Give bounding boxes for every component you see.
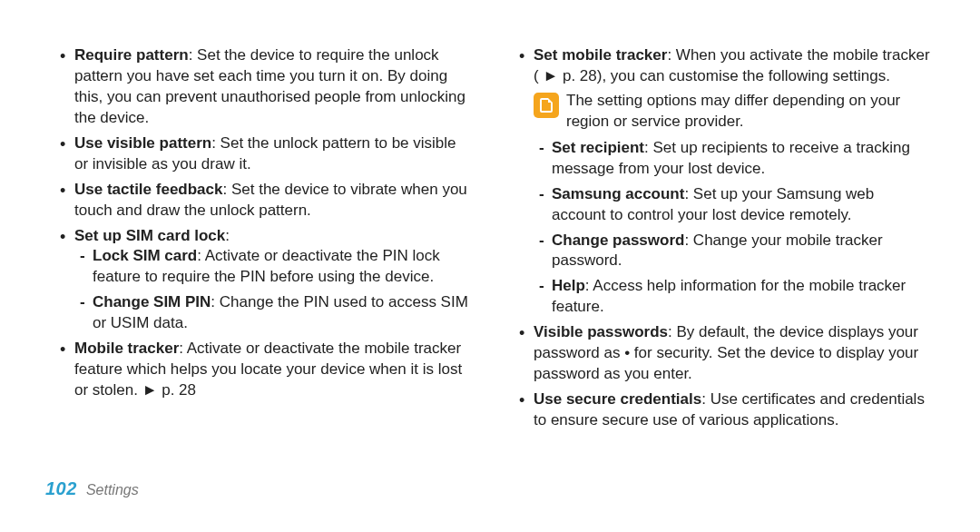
label: Visible passwords <box>534 323 668 340</box>
label: Set mobile tracker <box>534 46 667 64</box>
text: : <box>225 227 230 244</box>
subitem-lock-sim-card: Lock SIM card: Activate or deactivate th… <box>74 246 472 288</box>
text: : Access help information for the mobile… <box>552 277 906 315</box>
item-use-visible-pattern: Use visible pattern: Set the unlock patt… <box>54 133 472 175</box>
note-text: The setting options may differ depending… <box>566 91 931 133</box>
label: Set recipient <box>552 139 644 156</box>
two-column-layout: Require pattern: Set the device to requi… <box>54 45 946 436</box>
subitem-samsung-account: Samsung account: Set up your Samsung web… <box>534 184 931 226</box>
manual-page: Require pattern: Set the device to requi… <box>0 0 980 532</box>
label: Set up SIM card lock <box>74 227 225 244</box>
subitem-set-recipient: Set recipient: Set up recipients to rece… <box>534 138 931 180</box>
item-visible-passwords: Visible passwords: By default, the devic… <box>514 322 931 385</box>
item-set-up-sim-card-lock: Set up SIM card lock: Lock SIM card: Act… <box>54 226 472 335</box>
subitem-change-sim-pin: Change SIM PIN: Change the PIN used to a… <box>74 292 472 334</box>
mobile-tracker-sublist: Set recipient: Set up recipients to rece… <box>534 138 931 319</box>
page-footer: 102 Settings <box>45 477 139 501</box>
right-bullet-list-cont: Visible passwords: By default, the devic… <box>514 322 931 431</box>
label: Require pattern <box>74 46 189 64</box>
label: Samsung account <box>552 185 684 202</box>
label: Change SIM PIN <box>93 293 211 310</box>
right-column: Set mobile tracker: When you activate th… <box>514 45 931 436</box>
subitem-change-password: Change password: Change your mobile trac… <box>534 231 931 272</box>
section-title: Settings <box>86 480 139 500</box>
item-use-secure-credentials: Use secure credentials: Use certificates… <box>514 389 931 431</box>
label: Use tactile feedback <box>74 181 222 198</box>
left-column: Require pattern: Set the device to requi… <box>54 45 472 436</box>
label: Use visible pattern <box>74 134 211 152</box>
subitem-help: Help: Access help information for the mo… <box>534 276 931 318</box>
left-bullet-list: Require pattern: Set the device to requi… <box>54 45 472 401</box>
item-use-tactile-feedback: Use tactile feedback: Set the device to … <box>54 180 472 222</box>
label: Use secure credentials <box>534 390 701 408</box>
label: Change password <box>552 232 684 249</box>
item-set-mobile-tracker: Set mobile tracker: When you activate th… <box>514 45 931 87</box>
label: Mobile tracker <box>74 340 179 357</box>
label: Help <box>552 277 585 294</box>
right-bullet-list: Set mobile tracker: When you activate th… <box>514 45 931 87</box>
label: Lock SIM card <box>93 247 197 264</box>
sim-lock-sublist: Lock SIM card: Activate or deactivate th… <box>74 246 472 334</box>
item-require-pattern: Require pattern: Set the device to requi… <box>54 45 472 129</box>
page-number: 102 <box>45 477 77 501</box>
note-row: The setting options may differ depending… <box>534 91 931 133</box>
note-icon <box>534 93 559 118</box>
item-mobile-tracker: Mobile tracker: Activate or deactivate t… <box>54 339 472 401</box>
